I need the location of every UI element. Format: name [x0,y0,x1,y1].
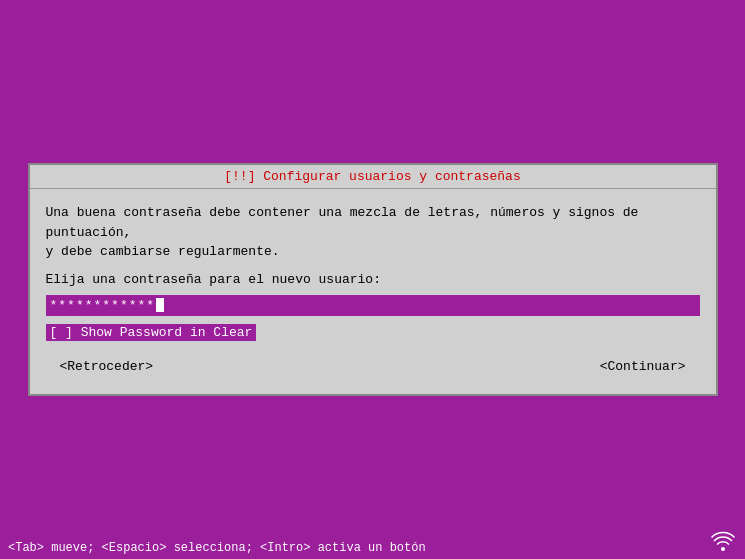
password-fill [164,298,695,312]
back-button[interactable]: <Retroceder> [54,357,160,376]
password-value: ************ [50,298,156,313]
bottom-hint-text: <Tab> mueve; <Espacio> selecciona; <Intr… [8,541,426,555]
dialog-title: [!!] Configurar usuarios y contraseñas [224,169,520,184]
bottom-bar: <Tab> mueve; <Espacio> selecciona; <Intr… [0,537,745,559]
password-input-row[interactable]: ************ [46,295,700,316]
dialog-content: Una buena contraseña debe contener una m… [30,189,716,394]
desktop: [!!] Configurar usuarios y contraseñas U… [0,0,745,559]
password-cursor [156,298,164,312]
description-text: Una buena contraseña debe contener una m… [46,203,700,262]
buttons-row: <Retroceder> <Continuar> [46,353,700,380]
continue-button[interactable]: <Continuar> [594,357,692,376]
dialog-title-bar: [!!] Configurar usuarios y contraseñas [30,165,716,189]
show-password-option[interactable]: [ ] Show Password in Clear [46,324,257,341]
prompt-text: Elija una contraseña para el nuevo usuar… [46,272,700,287]
wifi-icon [711,529,735,553]
svg-point-0 [721,547,725,551]
dialog-box: [!!] Configurar usuarios y contraseñas U… [28,163,718,396]
